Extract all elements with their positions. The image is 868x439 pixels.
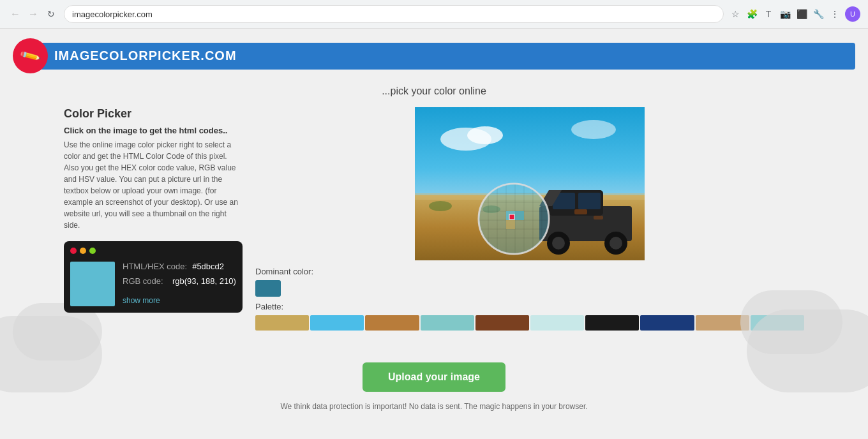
dominant-section: Dominant color: Palette:: [255, 267, 804, 331]
palette-swatch-5: [475, 315, 529, 331]
palette-swatch-6: [530, 315, 584, 331]
pencil-icon: ✏️: [19, 44, 41, 67]
color-picker-title: Color Picker: [64, 107, 243, 121]
site-header: ✏️ IMAGECOLORPICKER.COM: [0, 29, 868, 83]
toolbar-icons: ☆ 🧩 T 📷 ⬛ 🔧 ⋮ U: [729, 6, 860, 22]
forward-button[interactable]: →: [26, 6, 41, 22]
palette-swatch-2: [310, 315, 364, 331]
more-icon[interactable]: ⋮: [828, 8, 841, 20]
privacy-notice: We think data protection is important! N…: [280, 402, 587, 411]
terminal-content: HTML/HEX code: #5dbcd2 RGB code: rgb(93,…: [70, 262, 236, 306]
dot-minimize: [80, 248, 86, 254]
svg-rect-11: [578, 193, 601, 209]
desert-scene-svg: [255, 107, 804, 260]
svg-point-6: [429, 201, 452, 211]
back-button[interactable]: ←: [8, 6, 23, 22]
browser-extension-icon[interactable]: ⬛: [795, 8, 808, 20]
show-more-link[interactable]: show more: [123, 296, 160, 305]
rgb-row: RGB code: rgb(93, 188, 210): [123, 276, 236, 286]
dot-maximize: [89, 248, 96, 254]
browser-toolbar: ← → ↻ ☆ 🧩 T 📷 ⬛ 🔧 ⋮ U: [0, 0, 868, 28]
upload-section: Upload your image We think data protecti…: [0, 350, 868, 424]
image-container[interactable]: [255, 107, 804, 260]
rgb-label: RGB code:: [123, 276, 167, 286]
dominant-label: Dominant color:: [255, 267, 804, 276]
html-hex-row: HTML/HEX code: #5dbcd2: [123, 262, 236, 271]
color-info: HTML/HEX code: #5dbcd2 RGB code: rgb(93,…: [123, 262, 236, 305]
site-title-bar: IMAGECOLORPICKER.COM: [41, 43, 855, 70]
browser-chrome: ← → ↻ ☆ 🧩 T 📷 ⬛ 🔧 ⋮ U: [0, 0, 868, 29]
html-hex-value: #5dbcd2: [192, 262, 224, 271]
svg-rect-17: [594, 216, 603, 220]
palette-swatch-3: [365, 315, 419, 331]
cloud-right2: [740, 290, 842, 354]
description: Use the online image color picker right …: [64, 139, 243, 231]
logo: ✏️: [13, 38, 48, 73]
main-content: Color Picker Click on the image to get t…: [0, 107, 868, 331]
dot-close: [70, 248, 77, 254]
svg-rect-35: [515, 211, 524, 220]
tagline: ...pick your color online: [0, 86, 868, 97]
main-image[interactable]: [255, 107, 804, 260]
upload-button[interactable]: Upload your image: [363, 362, 505, 392]
html-hex-label: HTML/HEX code:: [123, 262, 187, 271]
left-panel: Color Picker Click on the image to get t…: [64, 107, 243, 331]
palette-swatch-7: [585, 315, 639, 331]
right-panel: Dominant color: Palette:: [255, 107, 804, 331]
reload-button[interactable]: ↻: [43, 6, 59, 22]
svg-point-4: [467, 126, 503, 144]
palette-label: Palette:: [255, 302, 804, 311]
profile-icon[interactable]: U: [845, 6, 860, 22]
svg-rect-37: [509, 214, 514, 220]
bookmark-star-icon[interactable]: ☆: [729, 8, 742, 20]
svg-point-5: [571, 120, 616, 139]
terminal-box: HTML/HEX code: #5dbcd2 RGB code: rgb(93,…: [64, 241, 243, 313]
rgb-value: rgb(93, 188, 210): [172, 276, 236, 286]
address-bar[interactable]: [64, 5, 724, 23]
dominant-swatch: [255, 280, 281, 297]
palette-swatch-1: [255, 315, 309, 331]
color-swatch-large: [70, 262, 115, 306]
puzzle-icon[interactable]: 🔧: [812, 8, 825, 20]
svg-point-15: [610, 237, 622, 249]
palette-swatch-4: [421, 315, 474, 331]
click-instructions: Click on the image to get the html codes…: [64, 126, 243, 135]
nav-buttons: ← → ↻: [8, 6, 59, 22]
translate-icon[interactable]: T: [762, 8, 775, 20]
palette-swatches: [255, 315, 804, 331]
site-title: IMAGECOLORPICKER.COM: [54, 48, 237, 63]
extension-icon[interactable]: 🧩: [745, 8, 758, 20]
screenshot-icon[interactable]: 📷: [779, 8, 791, 20]
page-content: ✏️ IMAGECOLORPICKER.COM ...pick your col…: [0, 29, 868, 439]
svg-rect-36: [506, 220, 515, 229]
palette-swatch-8: [640, 315, 694, 331]
svg-rect-16: [574, 209, 587, 214]
svg-point-13: [552, 237, 565, 249]
terminal-dots: [70, 248, 236, 254]
